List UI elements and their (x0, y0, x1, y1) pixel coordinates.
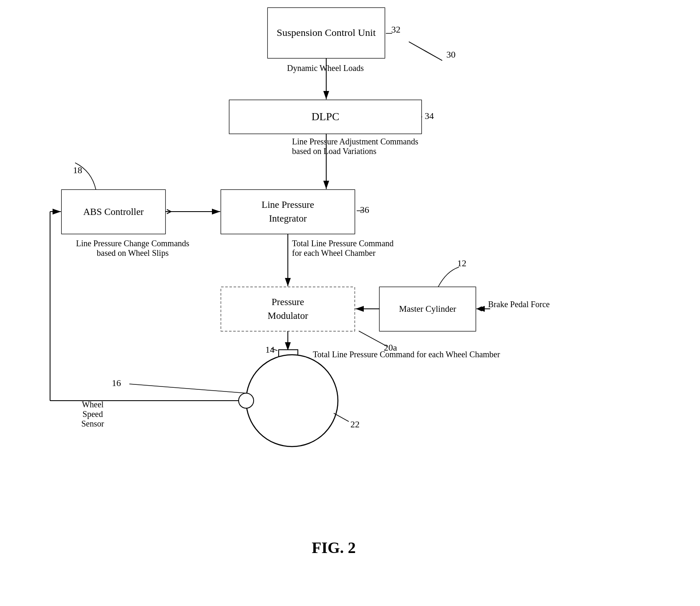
line-pressure-integrator-label: Line PressureIntegrator (262, 198, 314, 225)
master-cylinder-box: Master Cylinder (380, 287, 476, 331)
ref-22: 22 (350, 419, 360, 430)
abs-controller-box: ABS Controller (62, 190, 165, 234)
brake-pedal-force-label: Brake Pedal Force (488, 300, 550, 309)
line-pressure-change-label: Line Pressure Change Commandsbased on Wh… (62, 239, 204, 258)
brake-caliper-label: Total Line Pressure Command for each Whe… (313, 350, 500, 359)
suspension-control-unit-label: Suspension Control Unit (277, 26, 375, 40)
total-line-pressure-label: Total Line Pressure Commandfor each Whee… (292, 239, 451, 258)
ref-36: 36 (360, 205, 369, 215)
ref-18: 18 (73, 165, 82, 176)
ref-30: 30 (446, 49, 456, 60)
line-pressure-adj-label: Line Pressure Adjustment Commandsbased o… (292, 137, 442, 156)
pressure-modulator-label: PressureModulator (267, 295, 308, 322)
svg-point-20 (246, 355, 338, 447)
svg-line-31 (359, 331, 387, 346)
abs-controller-label: ABS Controller (83, 207, 144, 217)
fig-label: FIG. 2 (275, 538, 392, 557)
ref-12: 12 (457, 258, 466, 269)
svg-line-25 (409, 42, 442, 61)
svg-line-30 (129, 384, 246, 393)
svg-line-32 (334, 413, 349, 422)
ref-16: 16 (112, 378, 121, 389)
pressure-modulator-box: PressureModulator (221, 287, 355, 331)
suspension-control-unit-box: Suspension Control Unit (268, 8, 385, 58)
line-pressure-integrator-box: Line PressureIntegrator (221, 190, 355, 234)
ref-14: 14 (265, 344, 274, 355)
ref-34: 34 (425, 111, 434, 121)
diagram-container: Suspension Control Unit DLPC Line Pressu… (0, 0, 700, 606)
dlpc-box: DLPC (229, 100, 421, 134)
master-cylinder-label: Master Cylinder (399, 304, 456, 314)
wheel-speed-sensor-label: WheelSpeedSensor (81, 400, 104, 429)
ref-32: 32 (391, 24, 400, 35)
dynamic-wheel-loads-label: Dynamic Wheel Loads (267, 63, 384, 73)
svg-point-21 (239, 393, 254, 408)
dlpc-label: DLPC (312, 111, 339, 123)
